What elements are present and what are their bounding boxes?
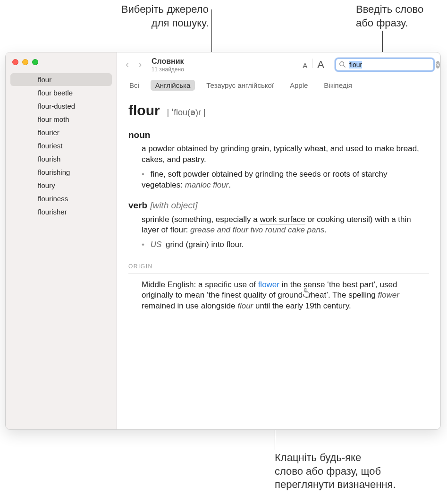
list-item[interactable]: flour moth bbox=[10, 113, 112, 126]
list-item[interactable]: flourisher bbox=[10, 205, 112, 218]
tab-apple[interactable]: Apple bbox=[285, 80, 312, 91]
callout-click-word: Клацніть будь-якеслово або фразу, щобпер… bbox=[275, 451, 440, 492]
dictionary-window: flour flour beetle flour-dusted flour mo… bbox=[5, 52, 441, 430]
font-size-control: A A bbox=[303, 59, 324, 71]
pos-verb: verb[with object] bbox=[128, 199, 429, 212]
window-controls bbox=[6, 52, 117, 70]
list-item[interactable]: flourish bbox=[10, 153, 112, 165]
sidebar: flour flour beetle flour-dusted flour mo… bbox=[6, 52, 117, 429]
tab-wikipedia[interactable]: Вікіпедія bbox=[319, 80, 357, 91]
tab-all[interactable]: Всі bbox=[125, 80, 144, 91]
linked-phrase[interactable]: work surface bbox=[260, 215, 305, 224]
list-item[interactable]: flouriest bbox=[10, 139, 112, 152]
source-tabs: Всі Англійська Тезаурус англійської Appl… bbox=[117, 77, 440, 96]
origin-heading: ORIGIN bbox=[128, 263, 429, 273]
tab-thesaurus[interactable]: Тезаурус англійської bbox=[202, 80, 278, 91]
definition-content: flour | ˈflou(ə)r | noun a powder obtain… bbox=[117, 96, 440, 429]
list-item[interactable]: floury bbox=[10, 179, 112, 192]
divider bbox=[312, 59, 312, 68]
back-button[interactable]: ‹ bbox=[123, 59, 132, 71]
pos-noun: noun bbox=[128, 129, 429, 141]
toolbar-title: Словник bbox=[152, 57, 184, 66]
list-item[interactable]: flouriness bbox=[10, 192, 112, 205]
list-item[interactable]: flour-dusted bbox=[10, 100, 112, 112]
main-panel: ‹ › Словник 11 знайдено A A ✕ Всі Англій… bbox=[117, 52, 440, 429]
callout-line bbox=[382, 31, 383, 53]
headword: flour bbox=[128, 101, 160, 120]
minimize-icon[interactable] bbox=[22, 59, 28, 65]
origin-link[interactable]: flower bbox=[258, 280, 279, 289]
list-item[interactable]: flourier bbox=[10, 126, 112, 139]
list-item[interactable]: flour bbox=[10, 73, 112, 86]
verb-definition[interactable]: sprinkle (something, especially a work s… bbox=[142, 214, 429, 236]
clear-icon[interactable]: ✕ bbox=[436, 61, 440, 68]
search-icon bbox=[339, 61, 346, 69]
list-item[interactable]: flour beetle bbox=[10, 86, 112, 99]
toolbar: ‹ › Словник 11 знайдено A A ✕ bbox=[117, 52, 440, 77]
search-input[interactable] bbox=[348, 60, 433, 69]
forward-button[interactable]: › bbox=[135, 59, 144, 71]
noun-sub[interactable]: fine, soft powder obtained by grinding t… bbox=[142, 169, 429, 191]
callout-enter-word: Введіть словоабо фразу. bbox=[356, 3, 447, 30]
search-field[interactable]: ✕ bbox=[335, 58, 435, 72]
callout-choose-source: Виберіть джерелодля пошуку. bbox=[114, 3, 209, 30]
zoom-icon[interactable] bbox=[32, 59, 38, 65]
list-item[interactable]: flourishing bbox=[10, 166, 112, 179]
verb-sub[interactable]: US grind (grain) into flour. bbox=[142, 239, 429, 250]
close-icon[interactable] bbox=[12, 59, 18, 65]
font-larger-button[interactable]: A bbox=[317, 59, 324, 71]
tab-english[interactable]: Англійська bbox=[151, 80, 195, 91]
origin-body[interactable]: Middle English: a specific use of flower… bbox=[142, 280, 429, 312]
word-list: flour flour beetle flour-dusted flour mo… bbox=[6, 70, 117, 219]
toolbar-title-wrap: Словник 11 знайдено bbox=[152, 57, 184, 73]
font-smaller-button[interactable]: A bbox=[303, 61, 307, 69]
pronunciation: | ˈflou(ə)r | bbox=[167, 108, 205, 117]
svg-line-1 bbox=[344, 65, 346, 67]
toolbar-subtitle: 11 знайдено bbox=[152, 66, 184, 73]
noun-definition[interactable]: a powder obtained by grinding grain, typ… bbox=[142, 144, 429, 165]
